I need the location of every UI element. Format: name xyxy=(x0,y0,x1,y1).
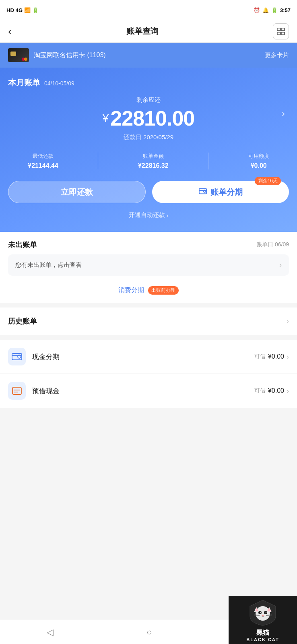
advance-cash-icon-wrap xyxy=(8,382,26,400)
network-icon: 4G xyxy=(16,7,23,13)
stat-divider-2 xyxy=(208,153,208,169)
battery-icon: 🔋 xyxy=(271,7,278,13)
svg-rect-7 xyxy=(12,353,22,360)
advance-cash-chevron: › xyxy=(287,387,289,395)
card-info: 淘宝网联名信用卡 (1103) xyxy=(8,48,106,62)
advance-cash-label: 可借 xyxy=(254,387,266,394)
available-credit-stat: 可用额度 ¥0.00 xyxy=(248,153,269,169)
unpublished-date: 账单日 06/09 xyxy=(256,241,289,248)
wifi-icon: 📶 xyxy=(24,7,31,13)
billing-period: 本月账单 04/10-05/09 xyxy=(8,77,289,88)
history-section[interactable]: 历史账单 › xyxy=(0,308,297,335)
billing-date-label: 账单日 xyxy=(256,241,273,248)
amount-value: 22810.00 xyxy=(110,106,194,130)
black-cat-watermark: 黑猫 BLACK CAT xyxy=(229,596,297,644)
stats-row: 最低还款 ¥21144.44 账单金额 ¥22816.32 可用额度 ¥0.00 xyxy=(8,153,289,169)
amount-arrow[interactable]: › xyxy=(282,108,285,119)
auto-pay-link[interactable]: 开通自动还款 › xyxy=(8,211,289,219)
auto-pay-text: 开通自动还款 xyxy=(129,211,165,219)
svg-rect-3 xyxy=(281,32,285,34)
days-badge: 剩余16天 xyxy=(255,177,281,185)
available-credit-value: ¥0.00 xyxy=(248,162,269,169)
billing-date: 04/10-05/09 xyxy=(44,80,74,87)
amount-section[interactable]: 剩余应还 ¥ 22810.00 › xyxy=(8,96,289,130)
due-date: 还款日 2020/05/29 xyxy=(8,134,289,141)
chevron-right-icon: › xyxy=(279,261,282,269)
page-title: 账单查询 xyxy=(126,26,159,37)
amount-row: ¥ 22810.00 xyxy=(8,106,289,130)
consumption-installment-row[interactable]: 消费分期 出账前办理 xyxy=(0,281,297,303)
history-title: 历史账单 xyxy=(8,316,37,326)
svg-point-21 xyxy=(266,611,266,612)
card-thumbnail xyxy=(8,48,29,62)
signal-text: HD xyxy=(6,7,14,13)
cat-cn-text: 黑猫 xyxy=(256,629,269,637)
bill-amount-value: ¥22816.32 xyxy=(138,162,169,169)
svg-point-19 xyxy=(264,611,267,614)
time-display: 3:57 xyxy=(280,7,291,13)
svg-point-18 xyxy=(258,611,262,614)
service-left: 现金分期 xyxy=(8,348,60,365)
stat-divider-1 xyxy=(98,153,98,169)
due-date-label: 还款日 xyxy=(124,134,142,140)
more-cards-button[interactable]: 更多卡片 xyxy=(265,52,289,59)
alarm-icon: ⏰ xyxy=(254,7,260,13)
min-payment-stat: 最低还款 ¥21144.44 xyxy=(28,153,58,169)
services-section: 现金分期 可借 ¥0.00 › 预借现金 可借 ¥0.00 › xyxy=(0,340,297,408)
svg-rect-2 xyxy=(277,32,280,34)
signal-bars: 🔋 xyxy=(32,7,39,13)
due-date-value: 2020/05/29 xyxy=(143,134,173,140)
bell-icon: 🔔 xyxy=(262,7,269,13)
nav-home-button[interactable]: ○ xyxy=(134,623,164,642)
unpublished-header: 未出账单 账单日 06/09 xyxy=(0,232,297,254)
remaining-label: 剩余应还 xyxy=(8,96,289,104)
card-chip xyxy=(10,52,16,56)
installment-button-label: 账单分期 xyxy=(210,187,243,198)
min-payment-value: ¥21144.44 xyxy=(28,162,58,169)
billing-date-value: 06/09 xyxy=(275,241,289,248)
card-selector[interactable]: 淘宝网联名信用卡 (1103) 更多卡片 xyxy=(0,43,297,68)
unpublished-title: 未出账单 xyxy=(8,240,37,250)
svg-point-13 xyxy=(256,606,270,621)
installment-button-wrap: 剩余16天 账单分期 xyxy=(152,181,289,203)
card-name: 淘宝网联名信用卡 (1103) xyxy=(34,51,106,60)
advance-service-left: 预借现金 xyxy=(8,382,60,400)
cash-installment-label: 可借 xyxy=(254,353,266,360)
cash-installment-item[interactable]: 现金分期 可借 ¥0.00 › xyxy=(0,340,297,374)
history-chevron-icon: › xyxy=(287,317,289,326)
cash-installment-value: ¥0.00 xyxy=(268,353,284,360)
nav-back-button[interactable]: ◁ xyxy=(35,623,66,642)
advance-cash-value: ¥0.00 xyxy=(268,387,284,394)
repay-button[interactable]: 立即还款 xyxy=(8,181,146,203)
cash-installment-right: 可借 ¥0.00 › xyxy=(254,353,289,361)
available-credit-label: 可用额度 xyxy=(248,153,269,160)
unpublished-link-text: 您有未出账单，点击查看 xyxy=(15,261,82,269)
settings-button[interactable] xyxy=(273,23,289,39)
cat-en-text: BLACK CAT xyxy=(246,637,279,642)
status-right: ⏰ 🔔 🔋 3:57 xyxy=(254,7,291,13)
status-bar: HD 4G 📶 🔋 ⏰ 🔔 🔋 3:57 xyxy=(0,0,297,20)
unpublished-link[interactable]: 您有未出账单，点击查看 › xyxy=(8,254,289,276)
auto-pay-arrow: › xyxy=(167,212,169,219)
status-left: HD 4G 📶 🔋 xyxy=(6,7,39,13)
cash-installment-name: 现金分期 xyxy=(32,352,60,361)
main-billing-section: 本月账单 04/10-05/09 剩余应还 ¥ 22810.00 › 还款日 2… xyxy=(0,68,297,232)
bill-amount-label: 账单金额 xyxy=(138,153,169,160)
svg-rect-10 xyxy=(12,387,21,394)
advance-cash-right: 可借 ¥0.00 › xyxy=(254,387,289,395)
advance-cash-item[interactable]: 预借现金 可借 ¥0.00 › xyxy=(0,374,297,408)
nav-bar: ‹ 账单查询 xyxy=(0,20,297,43)
xf-badge: 出账前办理 xyxy=(148,286,179,295)
back-button[interactable]: ‹ xyxy=(8,25,12,38)
cash-installment-chevron: › xyxy=(287,353,289,361)
currency-symbol: ¥ xyxy=(103,112,109,125)
svg-rect-1 xyxy=(281,28,285,30)
action-buttons: 立即还款 剩余16天 账单分期 xyxy=(8,181,289,203)
svg-rect-0 xyxy=(277,28,280,30)
bill-amount-stat: 账单金额 ¥22816.32 xyxy=(138,153,169,169)
unpublished-section: 未出账单 账单日 06/09 您有未出账单，点击查看 › 消费分期 出账前办理 xyxy=(0,232,297,303)
billing-title: 本月账单 xyxy=(8,77,40,88)
card-brand xyxy=(22,58,27,61)
installment-icon xyxy=(198,187,207,198)
xf-link-text: 消费分期 xyxy=(118,286,144,295)
